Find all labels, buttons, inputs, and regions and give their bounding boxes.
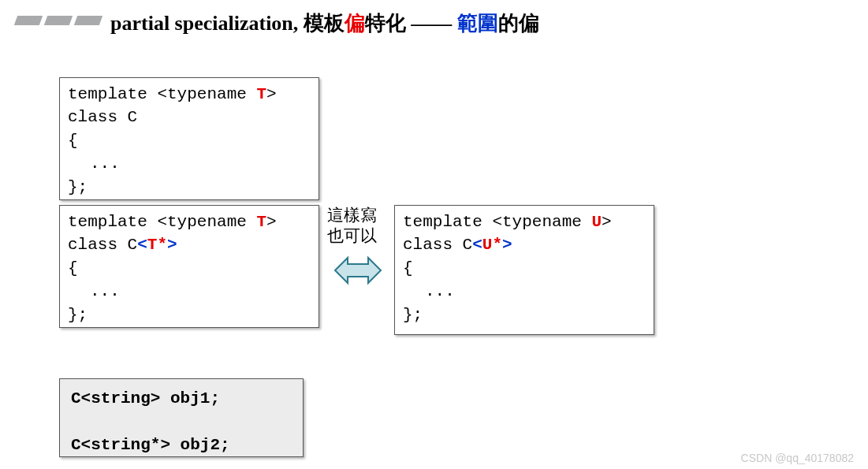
code-box-partial-spec-U: template <typename U> class C<U*> { ... … <box>394 205 654 335</box>
code-line: ... <box>68 282 120 300</box>
decor-bar <box>44 16 73 25</box>
title-blue: 範圍 <box>457 12 498 35</box>
type-param-U: U <box>591 213 602 231</box>
type-param-Ustar: U* <box>482 236 502 254</box>
decor-bar <box>14 16 43 25</box>
code-line: class C<T*> <box>68 236 177 254</box>
note-line: 也可以 <box>327 225 377 246</box>
code-line: { <box>68 259 78 277</box>
code-line: { <box>403 259 413 277</box>
double-arrow-icon <box>333 252 382 288</box>
decor-bar <box>74 16 102 25</box>
type-param-T: T <box>256 85 266 103</box>
footer-attribution: CSDN @qq_40178082 <box>741 452 854 464</box>
equivalence-note: 這樣寫 也可以 <box>327 205 377 247</box>
type-param-Tstar: T* <box>147 236 167 254</box>
code-box-primary-template: template <typename T> class C { ... }; <box>59 77 319 200</box>
header-decor <box>16 16 101 25</box>
code-line: C<string> obj1; <box>71 389 220 408</box>
code-line: class C <box>68 108 137 126</box>
code-box-usage: C<string> obj1; C<string*> obj2; <box>59 378 304 457</box>
code-line: template <typename T> <box>68 213 277 231</box>
code-line: class C<U*> <box>403 236 512 254</box>
code-line: ... <box>68 154 120 173</box>
code-line: template <typename T> <box>68 85 277 103</box>
code-line: }; <box>68 306 88 324</box>
page-title: partial specialization, 模板偏特化 —— 範圍的偏 <box>110 9 539 37</box>
code-line: ... <box>403 282 455 300</box>
code-line: C<string*> obj2; <box>71 436 230 454</box>
code-line: }; <box>68 178 88 196</box>
code-box-partial-spec-T: template <typename T> class C<T*> { ... … <box>59 205 319 328</box>
title-red: 偏 <box>345 12 365 35</box>
code-line: }; <box>403 306 423 324</box>
title-text: 的偏 <box>498 12 539 35</box>
svg-marker-0 <box>335 258 381 283</box>
note-line: 這樣寫 <box>327 205 377 225</box>
title-text: partial specialization, 模板 <box>110 12 345 35</box>
code-line: { <box>68 132 78 150</box>
code-line: template <typename U> <box>403 213 612 231</box>
title-text: 特化 —— <box>365 12 457 35</box>
type-param-T: T <box>256 213 266 231</box>
